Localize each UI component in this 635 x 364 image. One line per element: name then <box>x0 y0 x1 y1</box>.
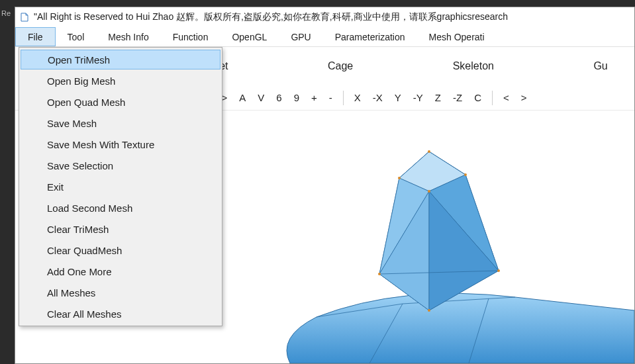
btn-c[interactable]: C <box>470 92 485 103</box>
menu-item-clear-quadmesh[interactable]: Clear QuadMesh <box>21 240 220 261</box>
separator-icon <box>343 91 344 105</box>
btn-gt2[interactable]: > <box>517 92 531 103</box>
menu-item-save-mesh[interactable]: Save Mesh <box>21 113 220 134</box>
btn-x[interactable]: X <box>350 92 365 103</box>
btn-lt2[interactable]: < <box>499 92 513 103</box>
menu-opengl[interactable]: OpenGL <box>220 27 279 46</box>
subtoolbar-cage[interactable]: Cage <box>328 60 353 72</box>
btn-neg-z[interactable]: -Z <box>449 92 466 103</box>
mesh-render <box>237 112 634 363</box>
menu-file[interactable]: File <box>15 27 56 46</box>
window-title: "All Right is Reserved to Hui Zhao 赵辉。版权… <box>34 11 508 23</box>
menu-gpu[interactable]: GPU <box>279 27 322 46</box>
menu-function[interactable]: Function <box>161 27 220 46</box>
menu-parameterization[interactable]: Parameterization <box>323 27 417 46</box>
menu-item-open-quad-mesh[interactable]: Open Quad Mesh <box>21 91 220 113</box>
btn-9[interactable]: 9 <box>290 92 303 103</box>
window-chrome-left: Re <box>0 0 15 364</box>
svg-point-14 <box>428 309 430 312</box>
menu-item-clear-all-meshes[interactable]: Clear All Meshes <box>21 303 220 324</box>
btn-z[interactable]: Z <box>431 92 445 103</box>
btn-y[interactable]: Y <box>391 92 405 103</box>
menubar: File Tool Mesh Info Function OpenGL GPU … <box>15 27 634 47</box>
app-icon <box>19 12 30 23</box>
menu-item-add-one-more[interactable]: Add One More <box>21 261 220 282</box>
btn-neg-x[interactable]: -X <box>369 92 387 103</box>
separator-icon <box>492 91 493 105</box>
svg-point-13 <box>497 269 500 272</box>
titlebar: "All Right is Reserved to Hui Zhao 赵辉。版权… <box>15 7 634 27</box>
btn-minus[interactable]: - <box>325 92 336 103</box>
menu-item-load-second-mesh[interactable]: Load Second Mesh <box>21 197 220 218</box>
menu-mesh-operation[interactable]: Mesh Operati <box>417 27 497 46</box>
chrome-left-label: Re <box>1 9 11 17</box>
app-window: "All Right is Reserved to Hui Zhao 赵辉。版权… <box>15 7 635 364</box>
menu-item-save-mesh-with-texture[interactable]: Save Mesh With Texture <box>21 134 220 155</box>
file-menu-dropdown: Open TriMesh Open Big Mesh Open Quad Mes… <box>19 47 222 326</box>
btn-6[interactable]: 6 <box>272 92 285 103</box>
menu-item-open-trimesh[interactable]: Open TriMesh <box>21 50 220 69</box>
menu-mesh-info[interactable]: Mesh Info <box>96 27 160 46</box>
svg-point-11 <box>428 190 430 193</box>
btn-v[interactable]: V <box>254 92 268 103</box>
svg-point-8 <box>428 150 430 153</box>
btn-a[interactable]: A <box>235 92 250 103</box>
svg-point-10 <box>464 173 467 176</box>
subtoolbar-skeleton[interactable]: Skeleton <box>453 60 494 72</box>
menu-item-clear-trimesh[interactable]: Clear TriMesh <box>21 218 220 240</box>
menu-item-all-meshes[interactable]: All Meshes <box>21 282 220 303</box>
svg-point-12 <box>378 273 381 275</box>
btn-neg-y[interactable]: -Y <box>409 92 427 103</box>
menu-item-exit[interactable]: Exit <box>21 176 220 197</box>
menu-item-save-selection[interactable]: Save Selection <box>21 155 220 176</box>
svg-point-9 <box>398 177 401 179</box>
menu-tool[interactable]: Tool <box>56 27 97 46</box>
menu-item-open-big-mesh[interactable]: Open Big Mesh <box>21 70 220 91</box>
btn-plus[interactable]: + <box>307 92 321 103</box>
subtoolbar-gu[interactable]: Gu <box>593 60 607 72</box>
